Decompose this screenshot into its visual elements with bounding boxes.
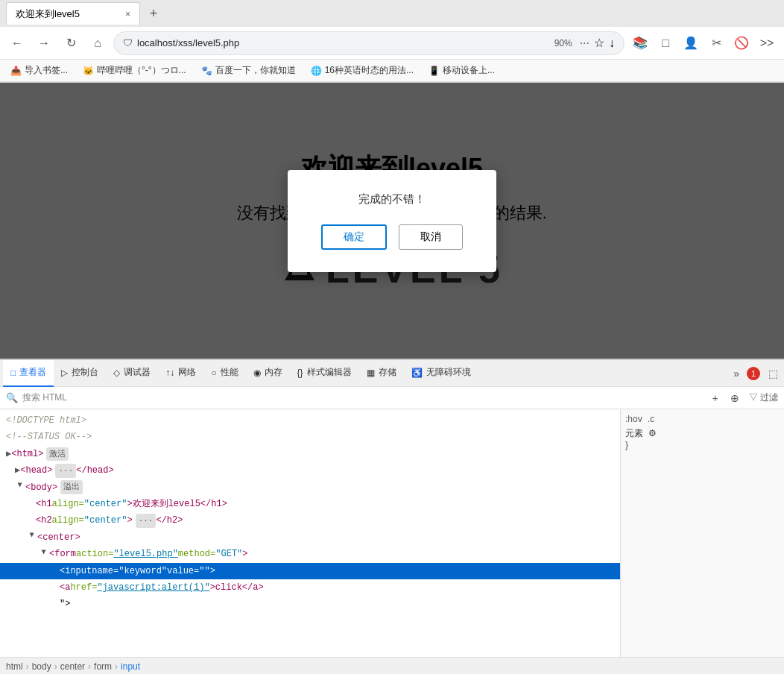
devtools-toolbar-actions: + ⊕ ▽ 过滤 [707,390,778,406]
url-display: localhost/xss/level5.php [137,37,547,48]
filter-label[interactable]: ▽ 过滤 [749,391,778,404]
nav-bar: ← → ↻ ⌂ 🛡 localhost/xss/level5.php 90% ·… [0,27,784,60]
active-tab[interactable]: 欢迎来到level5 × [6,2,140,25]
no-sign-button[interactable]: 🚫 [730,32,753,54]
html-h1-line: <h1 align="center" >欢迎来到level5</h1> [0,496,620,512]
zoom-level[interactable]: 90% [551,38,575,48]
bookmark-baidu[interactable]: 🐾 百度一下，你就知道 [197,63,300,78]
styles-brace: } [625,440,780,450]
styles-panel: :hov .c 元素 ⚙ } [620,409,784,657]
home-button[interactable]: ⌂ [86,32,109,54]
download-icon[interactable]: ↓ [609,37,615,50]
dialog-overlay: 完成的不错！ 确定 取消 [0,83,784,359]
inspector-icon: □ [10,368,16,378]
devtools-panel: □ 查看器 ▷ 控制台 ◇ 调试器 ↑↓ 网络 ○ 性能 ◉ 内存 {} 样式编… [0,359,784,674]
html-center-line: ▶ <center> [0,529,620,546]
bookmark-star-icon[interactable]: ☆ [594,36,604,50]
html-html-line: ▶ <html> 激活 [0,446,620,462]
tab-close-button[interactable]: × [125,9,130,19]
html-form-line: ▶ <form action="level5.php" method="GET"… [0,546,620,562]
styles-hov: :hov .c [625,414,780,424]
breadcrumb-center[interactable]: center [60,661,85,672]
devtools-tab-inspector[interactable]: □ 查看器 [3,360,54,387]
bookmark-import[interactable]: 📥 导入书签... [6,63,72,78]
breadcrumb-body[interactable]: body [32,661,51,672]
debugger-icon: ◇ [113,368,120,378]
html-body-line: ▶ <body> 溢出 [0,479,620,496]
search-html-label[interactable]: 搜索 HTML [22,391,703,404]
html-a-line: <a href="javascript:alert(1)" >click</a> [0,579,620,596]
breadcrumb-input[interactable]: input [121,661,140,672]
devtools-tab-network[interactable]: ↑↓ 网络 [158,360,203,387]
baidu-icon: 🐾 [201,66,212,76]
performance-icon: ○ [211,368,216,378]
devtools-tab-memory[interactable]: ◉ 内存 [246,360,290,387]
pick-element-button[interactable]: ⊕ [727,390,743,406]
dialog-message: 完成的不错！ [358,192,426,207]
styles-element-label: 元素 ⚙ [625,427,780,440]
user-avatar-button[interactable]: 👤 [680,32,702,54]
breadcrumb-bar: html › body › center › form › input [0,657,784,674]
tab-bar: 欢迎来到level5 × + [0,0,784,27]
devtools-tabs: □ 查看器 ▷ 控制台 ◇ 调试器 ↑↓ 网络 ○ 性能 ◉ 内存 {} 样式编… [0,360,784,387]
html-status-comment-line: <!--STATUS OK--> [0,429,620,445]
devtools-popout-button[interactable]: ⬚ [765,365,781,382]
html-badge-aktiviert[interactable]: 激活 [46,447,69,462]
browser-nav-actions: 📚 □ 👤 ✂ 🚫 >> [629,32,778,54]
breadcrumb-form[interactable]: form [94,661,112,672]
forward-button[interactable]: → [33,32,55,54]
html-text-node-line: "> [0,596,620,612]
dialog-confirm-button[interactable]: 确定 [321,224,387,250]
devtools-more-tabs[interactable]: » [729,368,744,379]
bookmark-bilibili[interactable]: 🐱 哔哩哔哩（°-°）つロ... [78,63,191,78]
refresh-button[interactable]: ↻ [60,32,82,54]
bookmarks-bar: 📥 导入书签... 🐱 哔哩哔哩（°-°）つロ... 🐾 百度一下，你就知道 🌐… [0,60,784,82]
devtools-tab-storage[interactable]: ▦ 存储 [359,360,404,387]
devtools-tab-debugger[interactable]: ◇ 调试器 [106,360,158,387]
center-collapse-icon[interactable]: ▶ [25,533,38,542]
storage-icon: ▦ [367,368,375,378]
devtools-tab-performance[interactable]: ○ 性能 [203,360,245,387]
screenshot-button[interactable]: ✂ [705,32,727,54]
devtools-content: <!DOCTYPE html> <!--STATUS OK--> ▶ <html… [0,409,784,657]
back-button[interactable]: ← [6,32,28,54]
form-collapse-icon[interactable]: ▶ [37,549,50,558]
new-tab-button[interactable]: + [143,3,164,24]
address-bar[interactable]: 🛡 localhost/xss/level5.php 90% ··· ☆ ↓ [113,31,625,55]
html-panel[interactable]: <!DOCTYPE html> <!--STATUS OK--> ▶ <html… [0,409,620,657]
devtools-tab-accessibility[interactable]: ♿ 无障碍环境 [404,360,478,387]
devtools-tab-console[interactable]: ▷ 控制台 [54,360,106,387]
devtools-tab-style-editor[interactable]: {} 样式编辑器 [290,360,359,387]
confirm-dialog: 完成的不错！ 确定 取消 [288,170,496,272]
h2-content-badge[interactable]: ··· [136,514,157,528]
search-icon: 🔍 [6,392,18,403]
english-icon: 🌐 [311,66,322,76]
tab-title: 欢迎来到level5 [16,7,119,21]
head-expand-icon[interactable]: ▶ [15,463,20,478]
body-badge[interactable]: 溢出 [60,480,83,494]
styles-gear-icon[interactable]: ⚙ [648,428,657,438]
body-collapse-icon[interactable]: ▶ [13,483,26,492]
accessibility-icon: ♿ [411,368,423,378]
firefox-view-button[interactable]: □ [654,32,677,54]
html-input-line[interactable]: <input name="keyword" value="" > [0,563,620,579]
devtools-error-count[interactable]: 1 [747,367,760,380]
html-expand-icon[interactable]: ▶ [6,447,11,462]
memory-icon: ◉ [253,368,261,378]
add-node-button[interactable]: + [707,390,724,406]
extensions-button[interactable]: >> [756,32,778,54]
bookmark-english[interactable]: 🌐 16种英语时态的用法... [306,63,418,78]
style-editor-icon: {} [297,368,303,378]
bookmark-mobile[interactable]: 📱 移动设备上... [424,63,499,78]
sidebar-history-button[interactable]: 📚 [629,32,651,54]
devtools-toolbar: 🔍 搜索 HTML + ⊕ ▽ 过滤 [0,387,784,409]
network-icon: ↑↓ [165,368,174,378]
dialog-cancel-button[interactable]: 取消 [399,224,463,250]
breadcrumb-html[interactable]: html [6,661,23,672]
dialog-buttons: 确定 取消 [321,224,463,250]
html-head-line: ▶ <head> ··· </head> [0,462,620,479]
head-badge[interactable]: ··· [55,464,76,478]
address-more-button[interactable]: ··· [580,37,589,50]
bilibili-icon: 🐱 [83,66,94,76]
page-content: 欢迎来到level5 没有找到和"><a href=click</a>相关的结果… [0,83,784,359]
